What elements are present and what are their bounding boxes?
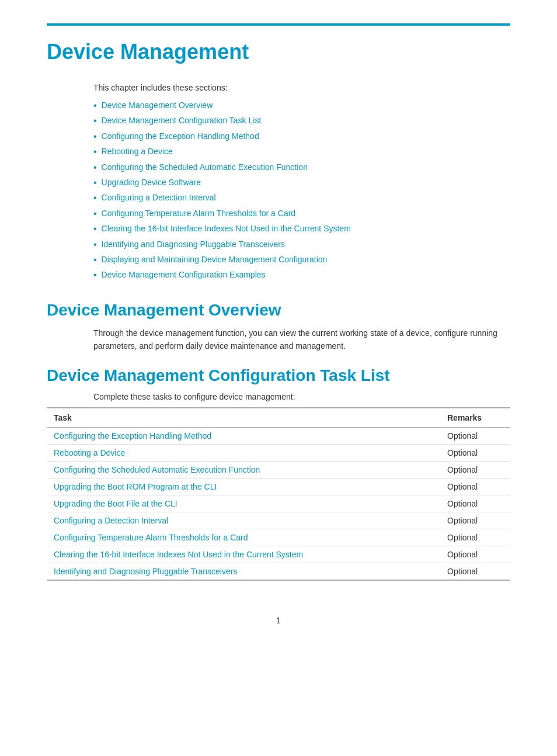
overview-section: Device Management Overview Through the d…	[47, 301, 510, 353]
remarks-cell: Optional	[440, 462, 510, 478]
toc-link[interactable]: Rebooting a Device	[102, 145, 173, 158]
table-row: Configuring the Exception Handling Metho…	[47, 428, 510, 445]
remarks-column-header: Remarks	[440, 408, 510, 428]
task-link[interactable]: Configuring a Detection Interval	[54, 516, 168, 525]
task-cell: Configuring the Scheduled Automatic Exec…	[47, 462, 440, 478]
task-link[interactable]: Configuring Temperature Alarm Thresholds…	[54, 533, 248, 542]
toc-link[interactable]: Upgrading Device Software	[102, 176, 201, 189]
toc-item: Rebooting a Device	[93, 145, 510, 158]
toc-item: Identifying and Diagnosing Pluggable Tra…	[93, 238, 510, 251]
task-column-header: Task	[47, 408, 440, 428]
toc-link[interactable]: Clearing the 16-bit Interface Indexes No…	[102, 223, 351, 235]
remarks-cell: Optional	[440, 428, 510, 445]
intro-text: This chapter includes these sections:	[93, 83, 510, 92]
remarks-cell: Optional	[440, 546, 510, 563]
task-link[interactable]: Clearing the 16-bit Interface Indexes No…	[54, 550, 303, 559]
toc-item: Device Management Configuration Task Lis…	[93, 115, 510, 127]
task-cell: Clearing the 16-bit Interface Indexes No…	[47, 546, 440, 563]
task-cell: Configuring a Detection Interval	[47, 512, 440, 529]
toc-item: Device Management Configuration Examples	[93, 269, 510, 282]
toc-item: Configuring a Detection Interval	[93, 192, 510, 204]
toc-item: Configuring the Exception Handling Metho…	[93, 130, 510, 143]
toc-link[interactable]: Device Management Configuration Task Lis…	[102, 115, 262, 127]
top-border	[47, 23, 510, 26]
table-row: Upgrading the Boot File at the CLIOption…	[47, 495, 510, 512]
task-table: Task Remarks Configuring the Exception H…	[47, 407, 510, 581]
page-number: 1	[47, 616, 510, 625]
toc-item: Upgrading Device Software	[93, 176, 510, 189]
toc-item: Device Management Overview	[93, 99, 510, 112]
task-link[interactable]: Rebooting a Device	[54, 448, 125, 457]
remarks-cell: Optional	[440, 512, 510, 529]
task-cell: Rebooting a Device	[47, 445, 440, 462]
task-cell: Configuring the Exception Handling Metho…	[47, 428, 440, 445]
toc-link[interactable]: Identifying and Diagnosing Pluggable Tra…	[102, 238, 285, 251]
task-cell: Configuring Temperature Alarm Thresholds…	[47, 529, 440, 546]
toc-item: Configuring the Scheduled Automatic Exec…	[93, 161, 510, 174]
task-list-intro: Complete these tasks to configure device…	[93, 392, 510, 401]
overview-body: Through the device management function, …	[93, 327, 510, 353]
task-link[interactable]: Upgrading the Boot ROM Program at the CL…	[54, 482, 217, 491]
task-link[interactable]: Identifying and Diagnosing Pluggable Tra…	[54, 567, 237, 576]
overview-title: Device Management Overview	[47, 301, 510, 320]
table-row: Rebooting a DeviceOptional	[47, 445, 510, 462]
task-link[interactable]: Configuring the Exception Handling Metho…	[54, 431, 211, 441]
toc-item: Configuring Temperature Alarm Thresholds…	[93, 207, 510, 220]
toc-link[interactable]: Configuring the Scheduled Automatic Exec…	[102, 161, 308, 174]
task-cell: Identifying and Diagnosing Pluggable Tra…	[47, 563, 440, 581]
toc-item: Displaying and Maintaining Device Manage…	[93, 254, 510, 266]
toc-list: Device Management OverviewDevice Managem…	[93, 99, 510, 282]
toc-link[interactable]: Device Management Overview	[102, 99, 213, 112]
remarks-cell: Optional	[440, 495, 510, 512]
remarks-cell: Optional	[440, 445, 510, 462]
table-row: Configuring Temperature Alarm Thresholds…	[47, 529, 510, 546]
task-list-section: Device Management Configuration Task Lis…	[47, 366, 510, 581]
task-cell: Upgrading the Boot ROM Program at the CL…	[47, 478, 440, 495]
table-row: Identifying and Diagnosing Pluggable Tra…	[47, 563, 510, 581]
toc-link[interactable]: Device Management Configuration Examples	[102, 269, 266, 281]
task-table-body: Configuring the Exception Handling Metho…	[47, 428, 510, 581]
toc-link[interactable]: Configuring Temperature Alarm Thresholds…	[102, 207, 296, 220]
task-link[interactable]: Upgrading the Boot File at the CLI	[54, 499, 177, 508]
task-link[interactable]: Configuring the Scheduled Automatic Exec…	[54, 465, 260, 474]
toc-item: Clearing the 16-bit Interface Indexes No…	[93, 223, 510, 235]
remarks-cell: Optional	[440, 563, 510, 581]
table-row: Configuring a Detection IntervalOptional	[47, 512, 510, 529]
table-row: Upgrading the Boot ROM Program at the CL…	[47, 478, 510, 495]
task-cell: Upgrading the Boot File at the CLI	[47, 495, 440, 512]
page-container: Device Management This chapter includes …	[0, 0, 557, 660]
task-list-title: Device Management Configuration Task Lis…	[47, 366, 510, 385]
toc-link[interactable]: Configuring a Detection Interval	[102, 192, 216, 204]
toc-link[interactable]: Displaying and Maintaining Device Manage…	[102, 254, 328, 266]
toc-link[interactable]: Configuring the Exception Handling Metho…	[102, 130, 259, 143]
remarks-cell: Optional	[440, 478, 510, 495]
table-row: Clearing the 16-bit Interface Indexes No…	[47, 546, 510, 563]
remarks-cell: Optional	[440, 529, 510, 546]
table-row: Configuring the Scheduled Automatic Exec…	[47, 462, 510, 478]
page-title: Device Management	[47, 40, 510, 64]
